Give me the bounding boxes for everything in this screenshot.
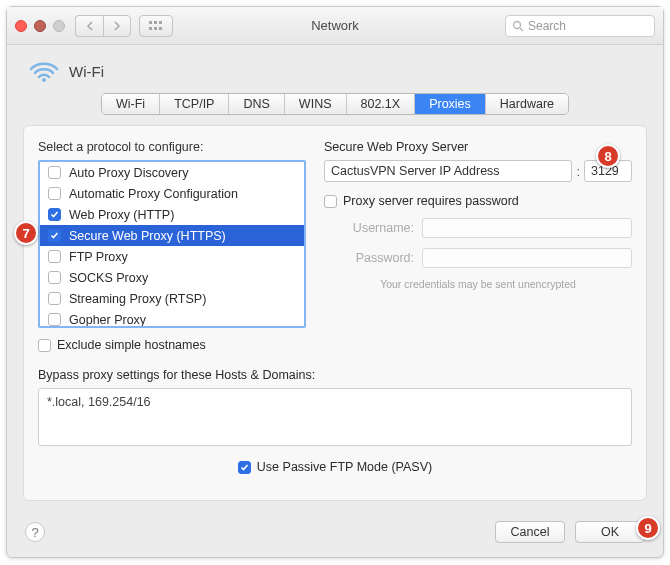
bypass-label: Bypass proxy settings for these Hosts & … [38,368,632,382]
protocol-row[interactable]: Streaming Proxy (RTSP) [40,288,304,309]
svg-point-6 [514,21,521,28]
ok-button[interactable]: OK [575,521,645,543]
cancel-button[interactable]: Cancel [495,521,565,543]
passive-ftp-label: Use Passive FTP Mode (PASV) [257,460,432,474]
protocol-checkbox[interactable] [48,292,61,305]
requires-password-checkbox[interactable] [324,195,337,208]
protocol-checkbox[interactable] [48,271,61,284]
protocol-label: Streaming Proxy (RTSP) [69,292,206,306]
protocol-row[interactable]: FTP Proxy [40,246,304,267]
service-header: Wi-Fi [7,45,663,89]
search-input[interactable]: Search [505,15,655,37]
tab-tcpip[interactable]: TCP/IP [160,94,229,114]
show-all-button[interactable] [139,15,173,37]
tab-8021x[interactable]: 802.1X [347,94,416,114]
protocol-row[interactable]: Secure Web Proxy (HTTPS) [40,225,304,246]
protocol-label: SOCKS Proxy [69,271,148,285]
protocol-row[interactable]: Gopher Proxy [40,309,304,328]
network-window: Network Search Wi-Fi Wi-Fi TCP/IP DNS WI… [6,6,664,558]
credentials-note: Your credentials may be sent unencrypted [324,278,632,290]
svg-rect-0 [149,21,152,24]
protocol-checkbox[interactable] [48,229,61,242]
traffic-lights [15,20,65,32]
chevron-right-icon [113,21,121,31]
svg-rect-3 [149,27,152,30]
tab-dns[interactable]: DNS [229,94,284,114]
protocol-row[interactable]: Auto Proxy Discovery [40,162,304,183]
password-input[interactable] [422,248,632,268]
protocol-row[interactable]: Automatic Proxy Configuration [40,183,304,204]
callout-badge-7: 7 [14,221,38,245]
search-placeholder: Search [528,19,566,33]
svg-line-7 [520,28,523,31]
grid-icon [149,21,163,31]
svg-rect-2 [159,21,162,24]
callout-badge-9: 9 [636,516,660,540]
search-icon [512,20,524,32]
protocol-label: Automatic Proxy Configuration [69,187,238,201]
username-label: Username: [324,221,414,235]
tab-hardware[interactable]: Hardware [486,94,568,114]
tab-proxies[interactable]: Proxies [415,94,486,114]
protocol-checkbox[interactable] [48,250,61,263]
protocol-row[interactable]: Web Proxy (HTTP) [40,204,304,225]
close-icon[interactable] [15,20,27,32]
server-port-separator: : [576,164,580,179]
svg-rect-4 [154,27,157,30]
back-button[interactable] [75,15,103,37]
service-name: Wi-Fi [69,63,104,80]
nav-back-forward [75,15,131,37]
proxies-panel: Select a protocol to configure: Auto Pro… [23,125,647,501]
titlebar: Network Search [7,7,663,45]
exclude-hostnames-label: Exclude simple hostnames [57,338,206,352]
protocol-checkbox[interactable] [48,208,61,221]
protocol-label: Secure Web Proxy (HTTPS) [69,229,226,243]
chevron-left-icon [86,21,94,31]
protocol-label: Web Proxy (HTTP) [69,208,174,222]
username-input[interactable] [422,218,632,238]
protocol-checkbox[interactable] [48,187,61,200]
forward-button[interactable] [103,15,131,37]
settings-tabs: Wi-Fi TCP/IP DNS WINS 802.1X Proxies Har… [7,93,663,115]
svg-rect-5 [159,27,162,30]
protocol-label: FTP Proxy [69,250,128,264]
bypass-input[interactable]: *.local, 169.254/16 [38,388,632,446]
protocol-checkbox[interactable] [48,166,61,179]
help-icon: ? [31,525,38,540]
wifi-icon [29,59,59,83]
footer: ? Cancel OK [7,513,663,557]
protocol-list[interactable]: Auto Proxy Discovery Automatic Proxy Con… [38,160,306,328]
svg-point-8 [42,78,46,82]
tab-wins[interactable]: WINS [285,94,347,114]
help-button[interactable]: ? [25,522,45,542]
protocol-label: Gopher Proxy [69,313,146,327]
zoom-icon[interactable] [53,20,65,32]
password-label: Password: [324,251,414,265]
tab-wifi[interactable]: Wi-Fi [102,94,160,114]
minimize-icon[interactable] [34,20,46,32]
proxy-server-input[interactable] [324,160,572,182]
protocol-heading: Select a protocol to configure: [38,140,306,154]
protocol-checkbox[interactable] [48,313,61,326]
requires-password-label: Proxy server requires password [343,194,519,208]
protocol-label: Auto Proxy Discovery [69,166,188,180]
exclude-hostnames-checkbox[interactable] [38,339,51,352]
callout-badge-8: 8 [596,144,620,168]
exclude-hostnames-row: Exclude simple hostnames [38,338,306,352]
svg-rect-1 [154,21,157,24]
protocol-row[interactable]: SOCKS Proxy [40,267,304,288]
passive-ftp-checkbox[interactable] [238,461,251,474]
proxy-server-heading: Secure Web Proxy Server [324,140,632,154]
